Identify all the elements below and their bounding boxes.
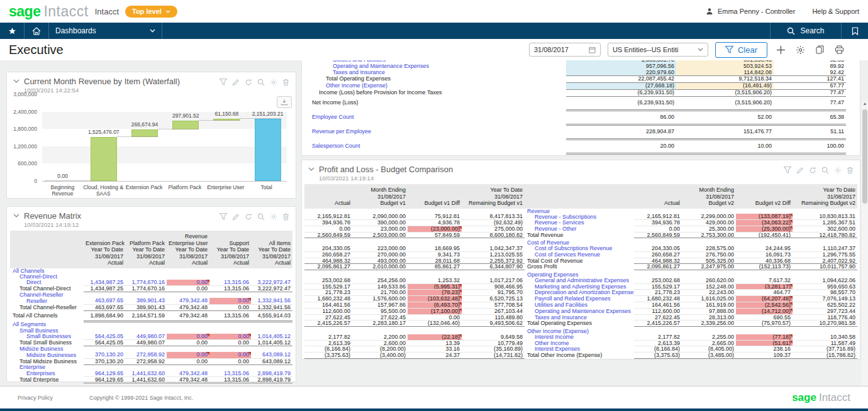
report-link[interactable]: Cost of Revenue	[525, 238, 634, 246]
cell-value[interactable]: 0.00	[167, 280, 209, 286]
report-link[interactable]: Revenue - Services	[525, 220, 634, 226]
privacy-policy-link[interactable]: Privacy Policy	[18, 395, 53, 401]
report-link[interactable]: Revenue - Subscriptions	[525, 214, 634, 219]
cell-value[interactable]: 2,898,419.79	[251, 371, 292, 377]
settings-icon[interactable]	[270, 79, 277, 86]
top-level-entity-button[interactable]: Top level	[125, 6, 177, 18]
collapse-chevron-icon[interactable]	[308, 167, 314, 171]
report-link[interactable]: Taxes and Insurance	[302, 70, 566, 76]
delete-icon[interactable]	[847, 167, 854, 174]
scrollbar-thumb[interactable]	[862, 109, 867, 204]
cell-value[interactable]: 389,901.43	[125, 298, 167, 304]
report-link[interactable]: Payroll and Related Expenses	[525, 296, 634, 302]
report-link[interactable]: Revenue - Other	[525, 226, 634, 232]
zoom-icon[interactable]	[821, 167, 829, 174]
report-link[interactable]: Cost of Subscriptions Revenue	[525, 246, 634, 251]
settings-icon[interactable]	[834, 167, 842, 174]
cell-value[interactable]: 1,014,405.12	[251, 334, 292, 340]
add-widget-button[interactable]	[774, 43, 787, 56]
collapse-chevron-icon[interactable]	[13, 214, 19, 217]
clear-filter-button[interactable]: Clear	[715, 42, 767, 58]
report-link[interactable]: Interest Income	[525, 334, 634, 340]
help-support-link[interactable]: Help & Support	[812, 8, 859, 15]
cell-value[interactable]: 643,089.12	[251, 352, 292, 358]
report-date-field[interactable]	[529, 43, 601, 57]
report-link[interactable]: All Segments	[10, 321, 84, 328]
report-link[interactable]: Enterprises	[10, 371, 84, 377]
refresh-icon[interactable]	[809, 167, 816, 174]
edit-icon[interactable]	[796, 167, 804, 174]
report-link[interactable]: Operating and Maintenance Expenses	[525, 308, 634, 314]
cell-value[interactable]: 13,315.06	[209, 371, 251, 377]
cell-value[interactable]: 1,774,670.16	[125, 280, 167, 286]
report-link[interactable]: Operating Expenses	[525, 270, 634, 278]
cell-value[interactable]: 564,425.05	[84, 334, 125, 340]
user-menu[interactable]: Emma Penny - Controller	[718, 8, 796, 15]
report-link[interactable]: Direct	[10, 280, 84, 286]
cell-value[interactable]: 0.00	[209, 334, 251, 340]
report-link[interactable]: Utilities and Facilities	[525, 302, 634, 309]
report-link[interactable]: General and Administrative Expenses	[525, 278, 634, 283]
cell-value[interactable]: 0.00	[209, 298, 251, 304]
report-link[interactable]: Salesperson Count	[302, 139, 566, 153]
favorites-button[interactable]	[0, 23, 25, 39]
report-link[interactable]: Employee Count	[302, 110, 566, 124]
cell-value[interactable]: 13,315.06	[209, 280, 251, 286]
cell-value[interactable]: 463,697.65	[84, 298, 125, 304]
report-link[interactable]: Depreciation and Amortization Expense	[525, 290, 634, 296]
collapse-chevron-icon[interactable]	[13, 79, 19, 83]
entity-filter-select[interactable]: US Entities--US Entiti	[608, 43, 708, 57]
cell-value[interactable]: 479,342.48	[167, 371, 209, 377]
settings-icon[interactable]	[270, 213, 277, 221]
report-link[interactable]: Marketing and Advertising Expenses	[525, 283, 634, 290]
report-link[interactable]: Interest Expenses	[525, 346, 634, 353]
search-button[interactable]: Search	[770, 23, 841, 39]
cell-value[interactable]: 1,332,941.56	[251, 298, 292, 304]
cell-value[interactable]: 449,980.07	[125, 334, 167, 340]
cell-value[interactable]: 964,129.65	[84, 371, 125, 377]
edit-icon[interactable]	[232, 79, 240, 86]
report-link[interactable]: Other Income (Expense)	[525, 327, 634, 334]
report-link[interactable]: Revenue per Employee	[302, 124, 566, 139]
cell-value[interactable]: 3,222,972.47	[251, 280, 292, 286]
report-link[interactable]: Channel-Reseller	[10, 292, 84, 299]
dashboard-settings-button[interactable]	[794, 43, 806, 56]
print-button[interactable]	[833, 43, 845, 56]
report-link[interactable]: Other Income	[525, 340, 634, 346]
edit-icon[interactable]	[232, 213, 240, 221]
report-link[interactable]: Reseller	[10, 298, 84, 304]
scroll-up-arrow[interactable]: ▲	[862, 101, 868, 106]
delete-icon[interactable]	[282, 79, 289, 86]
cell-value[interactable]: 1,434,987.25	[84, 280, 125, 286]
delete-icon[interactable]	[282, 213, 289, 221]
home-button[interactable]	[25, 23, 49, 39]
report-link[interactable]: Revenue	[525, 209, 634, 214]
bookmark-button[interactable]	[841, 23, 868, 39]
cell-value[interactable]: 370,130.20	[84, 352, 125, 358]
dashboards-menu[interactable]: Dashboards	[49, 23, 162, 39]
filter-icon[interactable]	[784, 167, 791, 173]
report-link[interactable]: Taxes and Insurance	[525, 314, 634, 321]
report-link[interactable]: Other Income (Expense)	[302, 83, 566, 90]
report-link[interactable]: Cost of Services Revenue	[525, 251, 634, 258]
report-link[interactable]: All Channels	[10, 268, 84, 274]
cell-value[interactable]: 0.00	[167, 352, 209, 358]
date-input[interactable]	[534, 46, 584, 53]
report-link[interactable]: Operating and Maintenance Expenses	[302, 63, 566, 70]
cell-value[interactable]: 0.00	[167, 334, 209, 340]
report-link[interactable]: Midsize Business	[10, 346, 84, 353]
report-link[interactable]: Small Businesses	[10, 334, 84, 340]
filter-icon[interactable]	[220, 213, 227, 220]
report-link[interactable]: Revenue per Salesperson	[302, 153, 566, 156]
duplicate-dashboard-button[interactable]	[813, 43, 826, 56]
cell-value[interactable]: 1,441,632.60	[125, 371, 167, 377]
report-link[interactable]: Midsize Businesses	[10, 352, 84, 358]
zoom-icon[interactable]	[257, 213, 265, 221]
report-link[interactable]: Channel-Direct	[10, 274, 84, 280]
cell-value[interactable]: 479,342.48	[167, 298, 209, 304]
cell-value[interactable]: 0.00	[209, 352, 251, 358]
refresh-icon[interactable]	[245, 213, 252, 221]
vertical-scrollbar[interactable]: ▲ ▼	[862, 101, 868, 386]
cell-value[interactable]: 272,958.92	[125, 352, 167, 358]
zoom-icon[interactable]	[257, 79, 265, 86]
